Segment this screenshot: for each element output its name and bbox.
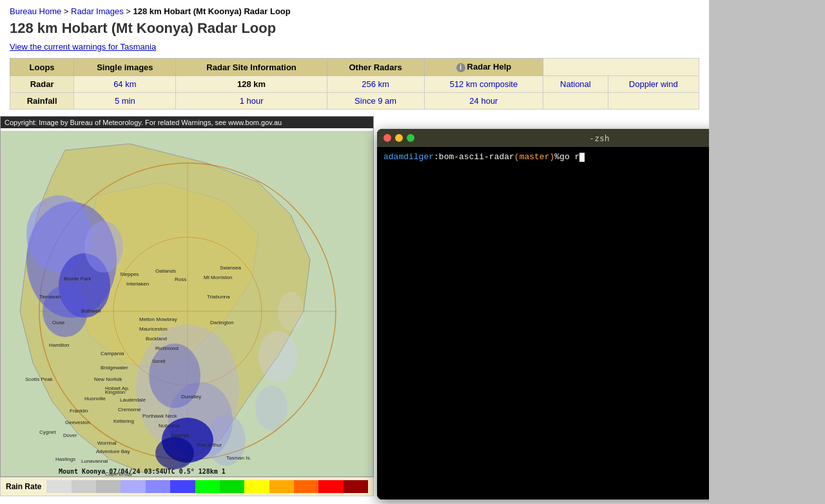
- svg-text:Franklin: Franklin: [70, 408, 88, 414]
- prompt-symbol: %: [554, 152, 559, 162]
- svg-text:Triabunna: Triabunna: [207, 294, 230, 300]
- terminal-body[interactable]: adamdilger : bom-ascii-radar (master) % …: [377, 147, 709, 499]
- rainfall-row: Rainfall 5 min 1 hour Since 9 am 24 hour: [10, 93, 699, 110]
- svg-text:Sorell: Sorell: [152, 358, 166, 364]
- radar-row: Radar 64 km 128 km 256 km 512 km composi…: [10, 76, 699, 93]
- svg-text:Buckland: Buckland: [146, 336, 167, 342]
- svg-text:Richmond: Richmond: [155, 345, 179, 351]
- radar-image: Copyright: Image by Bureau of Meteorolog…: [0, 116, 374, 477]
- rainfall-5min-link[interactable]: 5 min: [115, 96, 135, 106]
- svg-text:Koonya: Koonya: [171, 432, 189, 438]
- radar-images-link[interactable]: Radar Images: [71, 6, 124, 16]
- radar-128km: 128 km: [176, 76, 327, 93]
- color-seg-1: [72, 480, 96, 493]
- svg-text:Porthawk Neck: Porthawk Neck: [142, 413, 178, 419]
- svg-text:Port Arthur: Port Arthur: [197, 442, 222, 448]
- radar-256km-link[interactable]: 256 km: [362, 79, 389, 89]
- color-seg-4: [146, 480, 170, 493]
- svg-text:Tasman Is.: Tasman Is.: [226, 455, 251, 461]
- minimize-button[interactable]: [395, 134, 403, 142]
- svg-point-18: [258, 331, 297, 382]
- prompt-separator: :: [434, 152, 439, 162]
- rainfall-1hour: 1 hour: [176, 93, 327, 110]
- radar-national-link[interactable]: National: [560, 79, 591, 89]
- cursor: [579, 153, 585, 162]
- close-button[interactable]: [383, 134, 391, 142]
- col-other: Other Radars: [327, 59, 424, 76]
- radar-doppler-link[interactable]: Doppler wind: [629, 79, 678, 89]
- maximize-button[interactable]: [407, 134, 414, 142]
- svg-text:Hastings: Hastings: [55, 456, 75, 462]
- svg-text:Mt Morriston: Mt Morriston: [204, 275, 232, 280]
- svg-text:Ross: Ross: [175, 276, 186, 282]
- radar-copyright: Copyright: Image by Bureau of Meteorolog…: [1, 117, 373, 128]
- svg-text:Nubeena: Nubeena: [159, 423, 180, 429]
- color-seg-9: [269, 480, 294, 493]
- rainfall-5min: 5 min: [74, 93, 176, 110]
- rainfall-empty2: [608, 93, 699, 110]
- col-help: iRadar Help: [424, 59, 543, 76]
- svg-point-11: [84, 221, 123, 273]
- svg-text:Bothwell: Bothwell: [81, 308, 101, 314]
- svg-text:Melton Mowbray: Melton Mowbray: [139, 316, 177, 322]
- rainfall-label: Rainfall: [10, 93, 74, 110]
- bureau-home-link[interactable]: Bureau Home: [10, 6, 61, 16]
- rainfall-1hour-link[interactable]: 1 hour: [240, 96, 264, 106]
- svg-text:Hamilton: Hamilton: [49, 342, 70, 348]
- terminal-window: -zsh ⌃⌘2 adamdilger : bom-ascii-radar (m…: [377, 129, 709, 499]
- col-loops: Loops: [10, 59, 74, 76]
- svg-text:Lunavannal: Lunavannal: [81, 458, 108, 464]
- svg-point-17: [255, 385, 287, 431]
- color-seg-2: [96, 480, 121, 493]
- svg-text:Tarraleah: Tarraleah: [39, 294, 61, 300]
- svg-text:Swansea: Swansea: [220, 265, 241, 271]
- rainfall-since9am: Since 9 am: [327, 93, 424, 110]
- svg-text:Bridgewater: Bridgewater: [101, 365, 128, 371]
- color-seg-0: [46, 480, 71, 493]
- rainfall-24hour-link[interactable]: 24 hour: [469, 96, 498, 106]
- svg-text:Darlington: Darlington: [210, 320, 233, 325]
- svg-text:Mauriceston: Mauriceston: [139, 326, 168, 332]
- prompt-repo: bom-ascii-radar: [439, 152, 514, 162]
- svg-text:Bronte Park: Bronte Park: [64, 276, 92, 282]
- svg-text:Huonville: Huonville: [84, 396, 106, 402]
- svg-text:Dunalley: Dunalley: [181, 394, 201, 400]
- col-single: Single images: [74, 59, 176, 76]
- warning-link-anchor[interactable]: View the current warnings for Tasmania: [10, 42, 156, 52]
- svg-text:Dover: Dover: [63, 432, 77, 438]
- svg-text:Interlaken: Interlaken: [126, 281, 149, 287]
- svg-text:Scotts Peak: Scotts Peak: [25, 376, 53, 382]
- svg-text:Ouse: Ouse: [52, 320, 65, 325]
- terminal-title: -zsh: [589, 133, 609, 143]
- radar-512km-link[interactable]: 512 km composite: [450, 79, 518, 89]
- radar-national: National: [543, 76, 608, 93]
- radar-label: Radar: [10, 76, 74, 93]
- prompt-branch: (master): [514, 152, 554, 162]
- breadcrumb: Bureau Home > Radar Images > 128 km Hoba…: [10, 6, 699, 16]
- color-seg-7: [220, 480, 244, 493]
- color-seg-11: [318, 480, 343, 493]
- svg-text:Steppes: Steppes: [120, 271, 139, 277]
- svg-text:Cygnet: Cygnet: [39, 429, 56, 435]
- svg-text:Campania: Campania: [101, 351, 124, 356]
- svg-text:Cremorne: Cremorne: [118, 407, 141, 412]
- svg-text:Lauderdale: Lauderdale: [120, 397, 146, 403]
- color-bar: [46, 480, 368, 493]
- svg-text:Geeveston: Geeveston: [65, 420, 90, 425]
- radar-64km: 64 km: [74, 76, 176, 93]
- svg-text:Adventure Bay: Adventure Bay: [96, 449, 130, 454]
- rain-rate-bar: Rain Rate: [0, 477, 374, 496]
- svg-text:New Norfolk: New Norfolk: [94, 376, 123, 382]
- radar-map-svg: Bronte Park Steppes Interlaken Tarraleah…: [1, 131, 374, 477]
- svg-text:Kettering: Kettering: [113, 418, 134, 424]
- terminal-command: go r: [559, 152, 579, 162]
- color-seg-3: [121, 480, 145, 493]
- color-seg-6: [195, 480, 220, 493]
- color-seg-12: [344, 480, 368, 493]
- prompt-user: adamdilger: [383, 152, 434, 162]
- radar-256km: 256 km: [327, 76, 424, 93]
- radar-64km-link[interactable]: 64 km: [113, 79, 136, 89]
- rainfall-24hour: 24 hour: [424, 93, 543, 110]
- rainfall-since9am-link[interactable]: Since 9 am: [354, 96, 396, 106]
- navigation-table: Loops Single images Radar Site Informati…: [10, 58, 699, 110]
